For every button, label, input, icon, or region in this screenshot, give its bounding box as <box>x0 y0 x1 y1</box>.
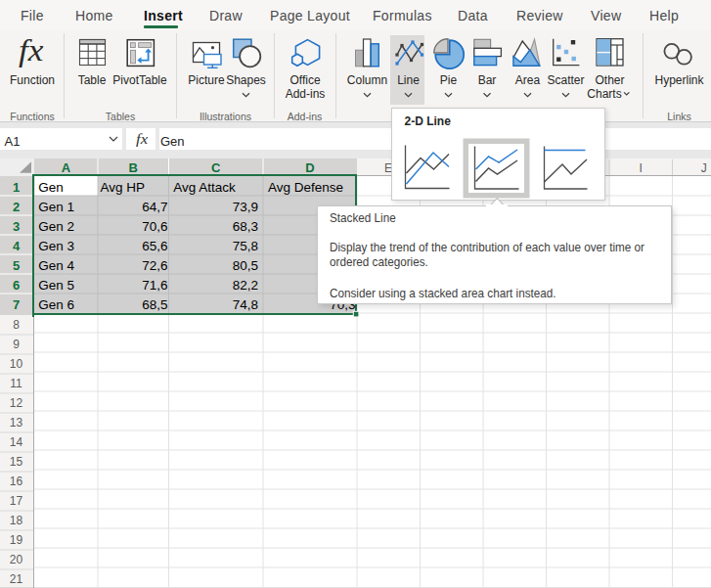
svg-text:A: A <box>62 160 71 175</box>
svg-text:Gen 1: Gen 1 <box>38 200 74 214</box>
svg-text:18: 18 <box>10 514 23 527</box>
svg-text:Avg Attack: Avg Attack <box>173 180 236 195</box>
svg-text:Gen 5: Gen 5 <box>38 278 74 293</box>
svg-text:16: 16 <box>10 475 23 488</box>
svg-text:21: 21 <box>10 572 23 586</box>
svg-text:5: 5 <box>13 258 20 273</box>
svg-text:Gen 3: Gen 3 <box>38 239 74 253</box>
svg-text:13: 13 <box>10 416 23 430</box>
svg-text:Gen 2: Gen 2 <box>38 219 74 234</box>
svg-text:9: 9 <box>13 338 20 351</box>
svg-text:2: 2 <box>13 200 20 214</box>
svg-text:4: 4 <box>13 239 21 253</box>
svg-text:3: 3 <box>13 219 20 234</box>
svg-text:74,8: 74,8 <box>233 297 258 312</box>
svg-text:72,6: 72,6 <box>142 258 167 273</box>
svg-text:Gen 6: Gen 6 <box>38 297 74 312</box>
svg-text:19: 19 <box>10 533 23 547</box>
svg-text:68,3: 68,3 <box>233 219 258 234</box>
svg-text:14: 14 <box>10 435 23 449</box>
svg-text:80,5: 80,5 <box>233 258 258 273</box>
svg-text:17: 17 <box>10 494 23 508</box>
svg-text:8: 8 <box>13 318 20 332</box>
svg-text:D: D <box>305 160 314 175</box>
svg-text:7: 7 <box>13 297 20 312</box>
svg-text:I: I <box>640 161 643 175</box>
svg-text:64,7: 64,7 <box>142 200 167 214</box>
svg-text:75,8: 75,8 <box>233 239 258 253</box>
svg-text:Avg Defense: Avg Defense <box>268 180 343 195</box>
svg-text:B: B <box>129 160 138 175</box>
svg-text:70,6: 70,6 <box>142 219 167 234</box>
svg-text:65,6: 65,6 <box>142 239 167 253</box>
svg-text:C: C <box>211 160 221 175</box>
svg-text:68,5: 68,5 <box>142 297 167 312</box>
svg-text:82,2: 82,2 <box>233 278 258 293</box>
svg-text:71,6: 71,6 <box>142 278 167 293</box>
svg-text:J: J <box>701 161 707 175</box>
svg-text:Gen 4: Gen 4 <box>38 258 74 273</box>
svg-text:10: 10 <box>10 357 23 371</box>
svg-text:1: 1 <box>13 180 20 195</box>
svg-text:15: 15 <box>10 455 23 469</box>
svg-text:20: 20 <box>10 553 23 566</box>
svg-text:Avg HP: Avg HP <box>101 180 146 195</box>
svg-text:6: 6 <box>13 278 20 293</box>
svg-text:73,9: 73,9 <box>233 200 258 214</box>
svg-text:12: 12 <box>10 396 23 410</box>
svg-text:11: 11 <box>10 377 22 390</box>
svg-text:Gen: Gen <box>38 180 64 195</box>
